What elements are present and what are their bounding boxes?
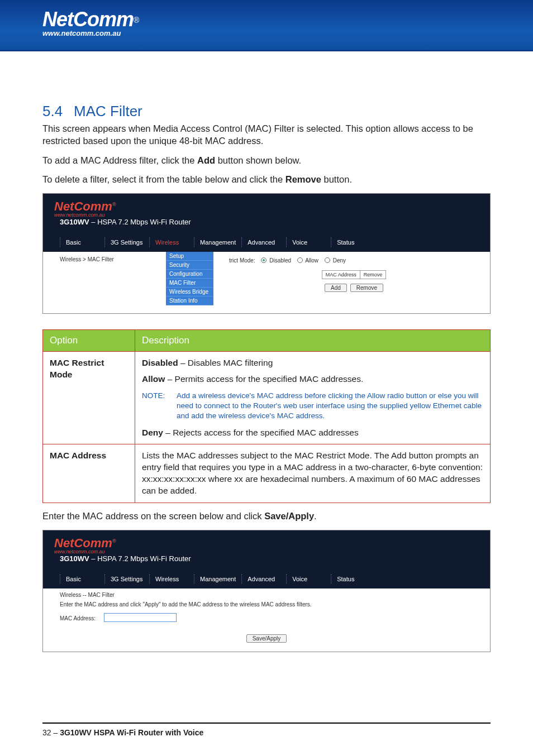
footer-rule (42, 722, 491, 724)
brand-logo: NetComm® www.netcomm.com.au (42, 8, 139, 37)
router-title: 3G10WV – HSPA 7.2 Mbps Wi-Fi Router (60, 218, 191, 226)
breadcrumb: Wireless > MAC Filter (60, 252, 166, 305)
registered-icon: ® (134, 16, 139, 25)
router-screenshot-add-mac: NetComm® www.netcomm.com.au 3G10WV – HSP… (42, 530, 491, 652)
tab-wireless[interactable]: Wireless (149, 237, 194, 247)
opt-mac-address: MAC Address (43, 444, 135, 503)
mac-table: MAC AddressRemove (322, 270, 387, 279)
remove-button[interactable]: Remove (350, 284, 383, 292)
radio-disabled[interactable] (261, 257, 266, 263)
router-screenshot-mac-filter: NetComm® www.netcomm.com.au 3G10WV – HSP… (42, 193, 491, 314)
tab2-basic[interactable]: Basic (60, 574, 104, 584)
mac-address-field: MAC Address: (60, 613, 473, 622)
tab-status[interactable]: Status (331, 237, 375, 247)
tab2-voice[interactable]: Voice (286, 574, 331, 584)
delete-instruction: To delete a filter, select it from the t… (42, 173, 491, 185)
router-content-2: Wireless -- MAC Filter Enter the MAC add… (43, 588, 490, 652)
mac-address-input[interactable] (104, 613, 177, 622)
submenu-security[interactable]: Security (166, 261, 213, 270)
router-logo-url-2: www.netcomm.com.au (54, 549, 479, 554)
note-label: NOTE: (142, 391, 169, 422)
intro-paragraph: This screen appears when Media Access Co… (42, 122, 491, 147)
col-remove: Remove (360, 271, 386, 279)
enter-instruction: Enter the MAC address on the screen belo… (42, 510, 491, 522)
radio-allow[interactable] (297, 257, 303, 263)
radio-deny[interactable] (325, 257, 330, 263)
note-text: Add a wireless device's MAC address befo… (177, 391, 483, 422)
hint-text: Enter the MAC address and click "Apply" … (60, 601, 473, 607)
submenu-mac-filter[interactable]: MAC Filter (166, 279, 213, 288)
brand-name: NetComm (42, 8, 134, 31)
submenu-station-info[interactable]: Station Info (166, 296, 213, 305)
router-tabs: Basic 3G Settings Wireless Management Ad… (43, 234, 490, 252)
add-instruction: To add a MAC Address filter, click the A… (42, 154, 491, 166)
tab-basic[interactable]: Basic (60, 237, 104, 247)
options-table: Option Description MAC Restrict Mode Dis… (42, 329, 491, 503)
tab-advanced[interactable]: Advanced (241, 237, 286, 247)
col-mac-address: MAC Address (322, 271, 360, 279)
tab2-status[interactable]: Status (331, 574, 375, 584)
note-block: NOTE: Add a wireless device's MAC addres… (142, 391, 483, 422)
router-tabs-2: Basic 3G Settings Wireless Management Ad… (43, 571, 490, 588)
router-logo-url: www.netcomm.com.au (54, 212, 479, 218)
footer-title: 3G10WV HSPA Wi-Fi Router with Voice (60, 728, 203, 737)
restrict-mode-row: trict Mode: Disabled Allow Deny (229, 257, 479, 264)
wireless-submenu: Setup Security Configuration MAC Filter … (166, 252, 213, 305)
page-footer: 32 – 3G10WV HSPA Wi-Fi Router with Voice (42, 728, 203, 737)
tab2-3g-settings[interactable]: 3G Settings (104, 574, 149, 584)
opt-mac-restrict-mode: MAC Restrict Mode (43, 352, 135, 444)
submenu-wireless-bridge[interactable]: Wireless Bridge (166, 288, 213, 296)
router-header: NetComm® www.netcomm.com.au 3G10WV – HSP… (43, 194, 490, 234)
tab2-management[interactable]: Management (194, 574, 241, 584)
tab2-wireless[interactable]: Wireless (149, 574, 194, 584)
save-apply-button[interactable]: Save/Apply (246, 634, 287, 643)
desc-mac-address: Lists the MAC addresses subject to the M… (135, 444, 491, 503)
tab-voice[interactable]: Voice (286, 237, 331, 247)
router-header-2: NetComm® www.netcomm.com.au 3G10WV – HSP… (43, 530, 490, 571)
submenu-setup[interactable]: Setup (166, 252, 213, 261)
desc-mac-restrict-mode: Disabled – Disables MAC filtering Allow … (135, 352, 491, 444)
section-number: 5.4 (42, 103, 74, 120)
section-heading: 5.4MAC Filter (42, 103, 491, 120)
tab-management[interactable]: Management (194, 237, 241, 247)
th-option: Option (43, 330, 135, 352)
page-header-banner: NetComm® www.netcomm.com.au (0, 0, 533, 51)
section-title: MAC Filter (74, 103, 142, 119)
router-title-2: 3G10WV – HSPA 7.2 Mbps Wi-Fi Router (60, 554, 191, 563)
tab2-advanced[interactable]: Advanced (241, 574, 286, 584)
add-button[interactable]: Add (325, 284, 347, 292)
router-content: trict Mode: Disabled Allow Deny MAC Addr… (218, 252, 490, 305)
mac-address-label: MAC Address: (60, 615, 102, 621)
breadcrumb-2: Wireless -- MAC Filter (60, 592, 473, 598)
tab-3g-settings[interactable]: 3G Settings (104, 237, 149, 247)
page-number: 32 (42, 728, 51, 737)
submenu-configuration[interactable]: Configuration (166, 270, 213, 279)
th-description: Description (135, 330, 491, 352)
